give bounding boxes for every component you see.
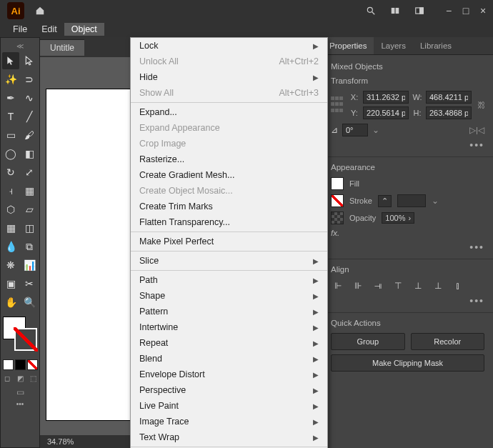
menu-image-trace[interactable]: Image Trace▶ [131, 414, 327, 429]
tab-layers[interactable]: Layers [374, 37, 413, 54]
search-icon[interactable] [363, 3, 379, 19]
menu-edit[interactable]: Edit [34, 23, 64, 36]
menu-live-paint[interactable]: Live Paint▶ [131, 398, 327, 414]
eraser-tool[interactable]: ◧ [21, 145, 38, 162]
curvature-tool[interactable]: ∿ [21, 89, 38, 106]
menu-flatten-transparency[interactable]: Flatten Transparency... [131, 214, 327, 230]
fill-stroke-swatch[interactable] [3, 317, 37, 357]
stroke-dropdown-icon[interactable]: ⌄ [432, 196, 439, 206]
align-bottom-icon[interactable]: ⊥ [431, 279, 445, 292]
align-center-v-icon[interactable]: ⊥ [411, 279, 425, 292]
w-input[interactable] [426, 91, 472, 104]
align-top-icon[interactable]: ⊤ [391, 279, 405, 292]
width-tool[interactable]: ⫞ [2, 182, 19, 199]
mesh-tool[interactable]: ▦ [2, 219, 19, 237]
lasso-tool[interactable]: ⊃ [21, 71, 38, 88]
home-icon[interactable] [33, 4, 47, 18]
gradient-tool[interactable]: ◫ [21, 219, 38, 237]
menu-expand[interactable]: Expand... [131, 104, 327, 120]
document-tab[interactable]: Untitle [40, 39, 84, 56]
blend-tool[interactable]: ⧉ [21, 238, 38, 255]
paintbrush-tool[interactable]: 🖌 [21, 126, 38, 144]
hand-tool[interactable]: ✋ [2, 294, 19, 311]
h-input[interactable] [426, 106, 472, 119]
line-tool[interactable]: ╱ [21, 108, 38, 125]
menu-repeat[interactable]: Repeat▶ [131, 335, 327, 351]
artboard-tool[interactable]: ▣ [2, 275, 19, 292]
align-left-icon[interactable]: ⊩ [331, 279, 345, 292]
menu-create-gradient-mesh[interactable]: Create Gradient Mesh... [131, 167, 327, 183]
perspective-tool[interactable]: ▱ [21, 201, 38, 218]
graph-tool[interactable]: 📊 [21, 257, 38, 274]
appearance-more-icon[interactable]: ••• [331, 242, 484, 253]
eyedropper-tool[interactable]: 💧 [2, 238, 19, 255]
recolor-button[interactable]: Recolor [411, 333, 485, 350]
selection-tool[interactable] [2, 52, 19, 69]
menu-path[interactable]: Path▶ [131, 272, 327, 288]
direct-selection-tool[interactable] [21, 52, 38, 69]
gradient-mode-swatch[interactable] [15, 359, 26, 370]
make-clipping-mask-button[interactable]: Make Clipping Mask [331, 354, 484, 372]
flip-horizontal-icon[interactable]: ▷|◁ [469, 125, 484, 135]
stroke-weight-stepper[interactable]: ⌃ [378, 195, 392, 207]
menu-create-trim-marks[interactable]: Create Trim Marks [131, 199, 327, 214]
align-right-icon[interactable]: ⫣ [371, 279, 385, 292]
minimize-icon[interactable]: − [442, 4, 456, 18]
align-more-icon[interactable]: ••• [331, 295, 484, 307]
shape-builder-tool[interactable]: ⬡ [2, 201, 19, 218]
menu-object[interactable]: Object [64, 23, 104, 36]
angle-dropdown-icon[interactable]: ⌄ [372, 125, 379, 135]
menu-envelope-distort[interactable]: Envelope Distort▶ [131, 367, 327, 382]
fx-icon[interactable]: fx. [331, 229, 339, 237]
angle-input[interactable] [342, 124, 368, 136]
menu-intertwine[interactable]: Intertwine▶ [131, 319, 327, 335]
x-input[interactable] [363, 91, 409, 104]
magic-wand-tool[interactable]: ✨ [2, 71, 19, 88]
menu-text-wrap[interactable]: Text Wrap▶ [131, 429, 327, 445]
fill-color-swatch[interactable] [331, 177, 344, 190]
tab-properties[interactable]: Properties [322, 37, 374, 54]
zoom-level[interactable]: 34.78% [47, 437, 74, 446]
panel-collapse-icon[interactable]: ≪ [16, 41, 24, 51]
rotate-tool[interactable]: ↻ [2, 164, 19, 181]
menu-shape[interactable]: Shape▶ [131, 288, 327, 304]
opacity-input[interactable]: 100%› [382, 212, 414, 224]
stroke-color-swatch[interactable] [331, 194, 344, 207]
menu-hide[interactable]: Hide▶ [131, 69, 327, 85]
y-input[interactable] [363, 106, 409, 119]
menu-blend[interactable]: Blend▶ [131, 351, 327, 367]
close-icon[interactable]: × [476, 4, 490, 18]
edit-toolbar-icon[interactable]: ••• [16, 400, 24, 408]
menu-perspective[interactable]: Perspective▶ [131, 382, 327, 398]
screen-mode-icon[interactable]: ▭ [16, 387, 24, 397]
more-options-icon[interactable]: ••• [331, 139, 484, 151]
menu-rasterize[interactable]: Rasterize... [131, 151, 327, 167]
draw-behind-icon[interactable]: ◩ [15, 373, 25, 383]
workspace-icon[interactable] [412, 3, 427, 19]
stroke-profile-dropdown[interactable] [397, 194, 426, 207]
none-mode-swatch[interactable] [27, 359, 38, 370]
link-dimensions-icon[interactable]: ⛓̸ [477, 101, 486, 109]
zoom-tool[interactable]: 🔍 [21, 294, 38, 311]
menu-pattern[interactable]: Pattern▶ [131, 304, 327, 319]
menu-slice[interactable]: Slice▶ [131, 253, 327, 269]
type-tool[interactable]: T [2, 108, 19, 125]
arrange-documents-icon[interactable] [387, 3, 403, 19]
menu-make-pixel-perfect[interactable]: Make Pixel Perfect [131, 234, 327, 249]
menu-lock[interactable]: Lock▶ [131, 38, 327, 54]
free-transform-tool[interactable]: ▦ [21, 182, 38, 199]
stroke-swatch[interactable] [14, 328, 37, 351]
shaper-tool[interactable]: ◯ [2, 145, 19, 162]
color-mode-swatch[interactable] [3, 359, 14, 370]
rectangle-tool[interactable]: ▭ [2, 126, 19, 144]
tab-libraries[interactable]: Libraries [413, 37, 459, 54]
pen-tool[interactable]: ✒ [2, 89, 19, 106]
opacity-swatch[interactable] [331, 211, 344, 224]
draw-normal-icon[interactable]: ◻ [2, 373, 12, 383]
align-center-h-icon[interactable]: ⊪ [351, 279, 365, 292]
draw-inside-icon[interactable]: ⬚ [28, 373, 38, 383]
distribute-icon[interactable]: ⫿ [451, 279, 465, 292]
symbol-sprayer-tool[interactable]: ❋ [2, 257, 19, 274]
scale-tool[interactable]: ⤢ [21, 164, 38, 181]
menu-file[interactable]: File [6, 23, 34, 36]
